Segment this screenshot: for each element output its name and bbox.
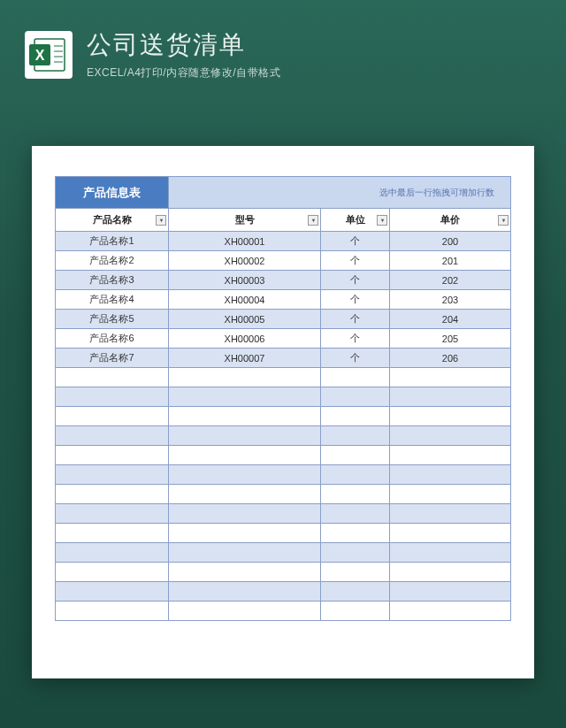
table-row[interactable]: 产品名称5XH00005个204 (56, 310, 511, 329)
cell-unit[interactable]: 个 (321, 329, 390, 349)
table-row-empty[interactable] (56, 368, 511, 387)
cell-price[interactable]: 205 (390, 329, 511, 349)
cell-empty[interactable] (56, 368, 169, 387)
cell-unit[interactable]: 个 (321, 310, 390, 329)
cell-price[interactable]: 204 (390, 310, 511, 329)
cell-empty[interactable] (169, 524, 321, 543)
table-row[interactable]: 产品名称6XH00006个205 (56, 329, 511, 349)
cell-unit[interactable]: 个 (321, 271, 390, 290)
cell-empty[interactable] (321, 387, 390, 407)
cell-empty[interactable] (56, 387, 169, 407)
table-row[interactable]: 产品名称4XH00004个203 (56, 290, 511, 310)
cell-model[interactable]: XH00006 (169, 329, 321, 349)
table-row-empty[interactable] (56, 504, 511, 524)
cell-unit[interactable]: 个 (321, 251, 390, 271)
cell-empty[interactable] (321, 504, 390, 524)
table-row-empty[interactable] (56, 543, 511, 563)
cell-model[interactable]: XH00003 (169, 271, 321, 290)
cell-empty[interactable] (321, 543, 390, 563)
cell-empty[interactable] (56, 524, 169, 543)
table-row-empty[interactable] (56, 426, 511, 446)
table-row-empty[interactable] (56, 485, 511, 504)
filter-icon[interactable]: ▾ (498, 215, 509, 226)
cell-empty[interactable] (169, 387, 321, 407)
table-row-empty[interactable] (56, 563, 511, 582)
cell-empty[interactable] (169, 563, 321, 582)
cell-empty[interactable] (390, 465, 511, 485)
cell-empty[interactable] (56, 426, 169, 446)
cell-empty[interactable] (169, 504, 321, 524)
cell-empty[interactable] (169, 582, 321, 602)
cell-empty[interactable] (169, 485, 321, 504)
cell-empty[interactable] (56, 582, 169, 602)
cell-unit[interactable]: 个 (321, 349, 390, 368)
cell-empty[interactable] (321, 485, 390, 504)
cell-empty[interactable] (390, 563, 511, 582)
cell-empty[interactable] (56, 485, 169, 504)
cell-empty[interactable] (390, 485, 511, 504)
cell-empty[interactable] (390, 387, 511, 407)
filter-icon[interactable]: ▾ (377, 215, 387, 226)
cell-name[interactable]: 产品名称4 (56, 290, 169, 310)
cell-empty[interactable] (169, 426, 321, 446)
cell-empty[interactable] (169, 602, 321, 621)
table-row-empty[interactable] (56, 582, 511, 602)
cell-empty[interactable] (321, 524, 390, 543)
table-row-empty[interactable] (56, 524, 511, 543)
table-row-empty[interactable] (56, 446, 511, 465)
cell-model[interactable]: XH00004 (169, 290, 321, 310)
table-row-empty[interactable] (56, 602, 511, 621)
cell-price[interactable]: 206 (390, 349, 511, 368)
cell-empty[interactable] (390, 524, 511, 543)
cell-empty[interactable] (321, 582, 390, 602)
cell-empty[interactable] (390, 426, 511, 446)
cell-name[interactable]: 产品名称2 (56, 251, 169, 271)
cell-empty[interactable] (56, 504, 169, 524)
cell-empty[interactable] (390, 543, 511, 563)
cell-unit[interactable]: 个 (321, 232, 390, 251)
cell-name[interactable]: 产品名称3 (56, 271, 169, 290)
cell-empty[interactable] (169, 407, 321, 426)
cell-name[interactable]: 产品名称5 (56, 310, 169, 329)
cell-empty[interactable] (321, 426, 390, 446)
cell-empty[interactable] (321, 407, 390, 426)
filter-icon[interactable]: ▾ (308, 215, 318, 226)
cell-price[interactable]: 202 (390, 271, 511, 290)
table-row[interactable]: 产品名称3XH00003个202 (56, 271, 511, 290)
table-row-empty[interactable] (56, 465, 511, 485)
table-row[interactable]: 产品名称7XH00007个206 (56, 349, 511, 368)
filter-icon[interactable]: ▾ (156, 215, 166, 226)
cell-empty[interactable] (390, 582, 511, 602)
table-row-empty[interactable] (56, 407, 511, 426)
cell-empty[interactable] (321, 368, 390, 387)
cell-model[interactable]: XH00005 (169, 310, 321, 329)
table-row-empty[interactable] (56, 387, 511, 407)
cell-model[interactable]: XH00001 (169, 232, 321, 251)
table-row[interactable]: 产品名称1XH00001个200 (56, 232, 511, 251)
cell-empty[interactable] (390, 504, 511, 524)
cell-empty[interactable] (169, 446, 321, 465)
cell-empty[interactable] (321, 446, 390, 465)
cell-empty[interactable] (56, 602, 169, 621)
cell-model[interactable]: XH00002 (169, 251, 321, 271)
cell-empty[interactable] (56, 446, 169, 465)
cell-empty[interactable] (321, 602, 390, 621)
cell-empty[interactable] (390, 407, 511, 426)
table-row[interactable]: 产品名称2XH00002个201 (56, 251, 511, 271)
cell-empty[interactable] (56, 465, 169, 485)
cell-empty[interactable] (390, 446, 511, 465)
cell-empty[interactable] (321, 563, 390, 582)
cell-price[interactable]: 203 (390, 290, 511, 310)
cell-empty[interactable] (169, 543, 321, 563)
cell-price[interactable]: 201 (390, 251, 511, 271)
cell-unit[interactable]: 个 (321, 290, 390, 310)
cell-name[interactable]: 产品名称6 (56, 329, 169, 349)
cell-name[interactable]: 产品名称7 (56, 349, 169, 368)
cell-empty[interactable] (390, 602, 511, 621)
cell-empty[interactable] (169, 368, 321, 387)
cell-model[interactable]: XH00007 (169, 349, 321, 368)
cell-empty[interactable] (56, 407, 169, 426)
cell-empty[interactable] (56, 563, 169, 582)
cell-name[interactable]: 产品名称1 (56, 232, 169, 251)
cell-price[interactable]: 200 (390, 232, 511, 251)
